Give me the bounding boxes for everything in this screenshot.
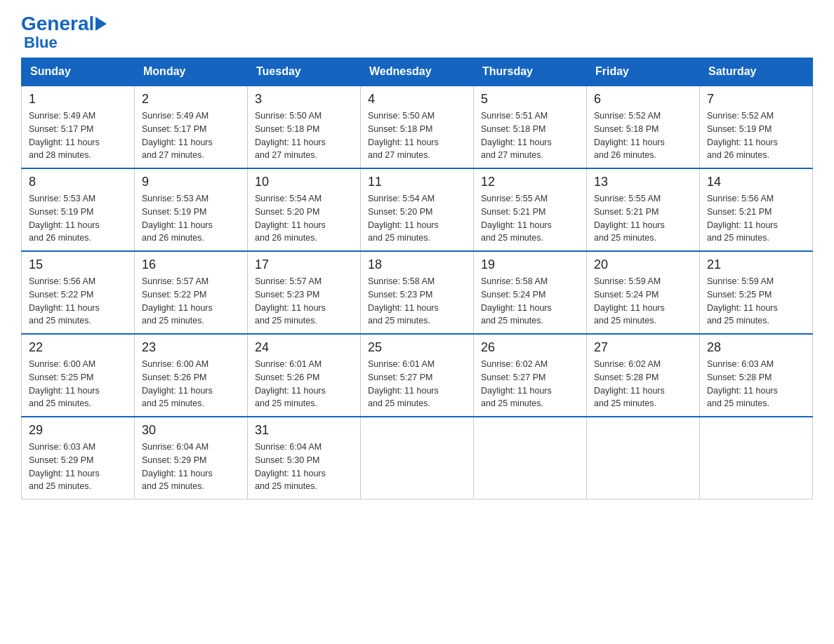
calendar-day-cell: 24 Sunrise: 6:01 AM Sunset: 5:26 PM Dayl… bbox=[248, 334, 361, 417]
calendar-day-cell: 26 Sunrise: 6:02 AM Sunset: 5:27 PM Dayl… bbox=[474, 334, 587, 417]
day-number: 30 bbox=[142, 423, 240, 438]
calendar-day-cell: 7 Sunrise: 5:52 AM Sunset: 5:19 PM Dayli… bbox=[700, 86, 813, 168]
calendar-day-cell: 30 Sunrise: 6:04 AM Sunset: 5:29 PM Dayl… bbox=[135, 417, 248, 499]
day-number: 18 bbox=[368, 257, 466, 272]
calendar-day-cell: 27 Sunrise: 6:02 AM Sunset: 5:28 PM Dayl… bbox=[587, 334, 700, 417]
calendar-day-cell: 20 Sunrise: 5:59 AM Sunset: 5:24 PM Dayl… bbox=[587, 251, 700, 334]
calendar-week-row: 22 Sunrise: 6:00 AM Sunset: 5:25 PM Dayl… bbox=[22, 334, 813, 417]
logo-general-text: General bbox=[21, 14, 107, 34]
day-number: 24 bbox=[255, 340, 353, 355]
day-number: 22 bbox=[29, 340, 127, 355]
day-info: Sunrise: 5:50 AM Sunset: 5:18 PM Dayligh… bbox=[368, 109, 466, 162]
calendar-day-cell: 3 Sunrise: 5:50 AM Sunset: 5:18 PM Dayli… bbox=[248, 86, 361, 168]
calendar-day-cell: 5 Sunrise: 5:51 AM Sunset: 5:18 PM Dayli… bbox=[474, 86, 587, 168]
day-info: Sunrise: 5:54 AM Sunset: 5:20 PM Dayligh… bbox=[368, 192, 466, 245]
day-number: 20 bbox=[594, 257, 692, 272]
day-number: 26 bbox=[481, 340, 579, 355]
day-number: 15 bbox=[29, 257, 127, 272]
calendar-day-cell: 18 Sunrise: 5:58 AM Sunset: 5:23 PM Dayl… bbox=[361, 251, 474, 334]
calendar-day-cell: 21 Sunrise: 5:59 AM Sunset: 5:25 PM Dayl… bbox=[700, 251, 813, 334]
day-info: Sunrise: 6:01 AM Sunset: 5:26 PM Dayligh… bbox=[255, 358, 353, 410]
day-info: Sunrise: 5:51 AM Sunset: 5:18 PM Dayligh… bbox=[481, 109, 579, 162]
day-number: 1 bbox=[29, 92, 127, 107]
calendar-day-cell: 23 Sunrise: 6:00 AM Sunset: 5:26 PM Dayl… bbox=[135, 334, 248, 417]
day-info: Sunrise: 6:03 AM Sunset: 5:29 PM Dayligh… bbox=[29, 441, 127, 493]
day-info: Sunrise: 6:04 AM Sunset: 5:29 PM Dayligh… bbox=[142, 441, 240, 493]
day-number: 17 bbox=[255, 257, 353, 272]
calendar-header-row: SundayMondayTuesdayWednesdayThursdayFrid… bbox=[22, 58, 813, 86]
day-info: Sunrise: 5:49 AM Sunset: 5:17 PM Dayligh… bbox=[142, 109, 240, 162]
day-number: 25 bbox=[368, 340, 466, 355]
day-info: Sunrise: 5:59 AM Sunset: 5:25 PM Dayligh… bbox=[707, 275, 805, 328]
day-info: Sunrise: 5:53 AM Sunset: 5:19 PM Dayligh… bbox=[29, 192, 127, 245]
day-info: Sunrise: 5:53 AM Sunset: 5:19 PM Dayligh… bbox=[142, 192, 240, 245]
page-header: General Blue bbox=[21, 14, 813, 51]
day-info: Sunrise: 5:57 AM Sunset: 5:23 PM Dayligh… bbox=[255, 275, 353, 328]
day-number: 31 bbox=[255, 423, 353, 438]
calendar-week-row: 8 Sunrise: 5:53 AM Sunset: 5:19 PM Dayli… bbox=[22, 168, 813, 251]
day-info: Sunrise: 6:00 AM Sunset: 5:26 PM Dayligh… bbox=[142, 358, 240, 410]
day-info: Sunrise: 6:04 AM Sunset: 5:30 PM Dayligh… bbox=[255, 441, 353, 493]
logo: General Blue bbox=[21, 14, 107, 51]
col-header-monday: Monday bbox=[135, 58, 248, 86]
day-info: Sunrise: 5:56 AM Sunset: 5:21 PM Dayligh… bbox=[707, 192, 805, 245]
day-info: Sunrise: 6:02 AM Sunset: 5:28 PM Dayligh… bbox=[594, 358, 692, 410]
logo-general-label: General bbox=[21, 14, 94, 34]
day-number: 14 bbox=[707, 175, 805, 189]
calendar-week-row: 1 Sunrise: 5:49 AM Sunset: 5:17 PM Dayli… bbox=[22, 86, 813, 168]
day-info: Sunrise: 5:52 AM Sunset: 5:19 PM Dayligh… bbox=[707, 109, 805, 162]
day-number: 6 bbox=[594, 92, 692, 107]
day-number: 29 bbox=[29, 423, 127, 438]
calendar-day-cell: 2 Sunrise: 5:49 AM Sunset: 5:17 PM Dayli… bbox=[135, 86, 248, 168]
day-number: 16 bbox=[142, 257, 240, 272]
calendar-day-cell: 14 Sunrise: 5:56 AM Sunset: 5:21 PM Dayl… bbox=[700, 168, 813, 251]
calendar-day-cell: 19 Sunrise: 5:58 AM Sunset: 5:24 PM Dayl… bbox=[474, 251, 587, 334]
col-header-sunday: Sunday bbox=[22, 58, 135, 86]
calendar-day-cell: 13 Sunrise: 5:55 AM Sunset: 5:21 PM Dayl… bbox=[587, 168, 700, 251]
day-info: Sunrise: 5:49 AM Sunset: 5:17 PM Dayligh… bbox=[29, 109, 127, 162]
col-header-saturday: Saturday bbox=[700, 58, 813, 86]
day-info: Sunrise: 5:56 AM Sunset: 5:22 PM Dayligh… bbox=[29, 275, 127, 328]
day-number: 23 bbox=[142, 340, 240, 355]
col-header-tuesday: Tuesday bbox=[248, 58, 361, 86]
day-info: Sunrise: 5:57 AM Sunset: 5:22 PM Dayligh… bbox=[142, 275, 240, 328]
day-number: 8 bbox=[29, 175, 127, 189]
day-number: 10 bbox=[255, 175, 353, 189]
calendar-table: SundayMondayTuesdayWednesdayThursdayFrid… bbox=[21, 58, 813, 499]
day-number: 11 bbox=[368, 175, 466, 189]
day-info: Sunrise: 5:52 AM Sunset: 5:18 PM Dayligh… bbox=[594, 109, 692, 162]
day-info: Sunrise: 6:03 AM Sunset: 5:28 PM Dayligh… bbox=[707, 358, 805, 410]
col-header-wednesday: Wednesday bbox=[361, 58, 474, 86]
calendar-day-cell: 28 Sunrise: 6:03 AM Sunset: 5:28 PM Dayl… bbox=[700, 334, 813, 417]
calendar-empty-cell bbox=[474, 417, 587, 499]
calendar-empty-cell bbox=[700, 417, 813, 499]
day-number: 4 bbox=[368, 92, 466, 107]
day-number: 3 bbox=[255, 92, 353, 107]
day-info: Sunrise: 6:00 AM Sunset: 5:25 PM Dayligh… bbox=[29, 358, 127, 410]
day-number: 9 bbox=[142, 175, 240, 189]
calendar-week-row: 29 Sunrise: 6:03 AM Sunset: 5:29 PM Dayl… bbox=[22, 417, 813, 499]
calendar-day-cell: 6 Sunrise: 5:52 AM Sunset: 5:18 PM Dayli… bbox=[587, 86, 700, 168]
calendar-day-cell: 15 Sunrise: 5:56 AM Sunset: 5:22 PM Dayl… bbox=[22, 251, 135, 334]
calendar-day-cell: 16 Sunrise: 5:57 AM Sunset: 5:22 PM Dayl… bbox=[135, 251, 248, 334]
day-number: 5 bbox=[481, 92, 579, 107]
calendar-week-row: 15 Sunrise: 5:56 AM Sunset: 5:22 PM Dayl… bbox=[22, 251, 813, 334]
logo-arrow-icon bbox=[95, 17, 107, 31]
day-info: Sunrise: 6:01 AM Sunset: 5:27 PM Dayligh… bbox=[368, 358, 466, 410]
col-header-thursday: Thursday bbox=[474, 58, 587, 86]
logo-blue-label: Blue bbox=[21, 35, 58, 51]
day-number: 7 bbox=[707, 92, 805, 107]
calendar-day-cell: 10 Sunrise: 5:54 AM Sunset: 5:20 PM Dayl… bbox=[248, 168, 361, 251]
day-number: 27 bbox=[594, 340, 692, 355]
calendar-day-cell: 12 Sunrise: 5:55 AM Sunset: 5:21 PM Dayl… bbox=[474, 168, 587, 251]
calendar-day-cell: 31 Sunrise: 6:04 AM Sunset: 5:30 PM Dayl… bbox=[248, 417, 361, 499]
calendar-day-cell: 8 Sunrise: 5:53 AM Sunset: 5:19 PM Dayli… bbox=[22, 168, 135, 251]
calendar-day-cell: 29 Sunrise: 6:03 AM Sunset: 5:29 PM Dayl… bbox=[22, 417, 135, 499]
calendar-day-cell: 22 Sunrise: 6:00 AM Sunset: 5:25 PM Dayl… bbox=[22, 334, 135, 417]
day-info: Sunrise: 5:58 AM Sunset: 5:24 PM Dayligh… bbox=[481, 275, 579, 328]
calendar-day-cell: 9 Sunrise: 5:53 AM Sunset: 5:19 PM Dayli… bbox=[135, 168, 248, 251]
day-info: Sunrise: 5:55 AM Sunset: 5:21 PM Dayligh… bbox=[481, 192, 579, 245]
day-number: 19 bbox=[481, 257, 579, 272]
day-number: 2 bbox=[142, 92, 240, 107]
day-number: 12 bbox=[481, 175, 579, 189]
